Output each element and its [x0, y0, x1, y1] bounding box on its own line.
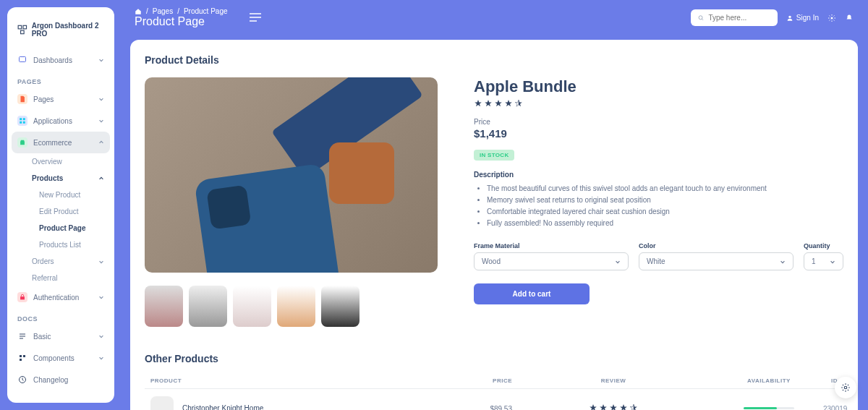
- ecommerce-icon: [17, 137, 27, 148]
- product-info: Apple Bundle Price $1,419 IN STOCK Descr…: [474, 77, 843, 327]
- sidebar-item-label: Changelog: [33, 376, 68, 384]
- product-rating: [474, 99, 843, 108]
- availability-bar: [744, 407, 794, 409]
- content-card: Product Details Apple Bundle: [130, 40, 858, 410]
- thumb-4[interactable]: [277, 286, 315, 327]
- sidebar-item-changelog[interactable]: Changelog: [7, 369, 114, 390]
- star-icon: [589, 403, 597, 410]
- add-to-cart-button[interactable]: Add to cart: [474, 283, 590, 304]
- desc-item: Memory swivel seat returns to original s…: [487, 195, 843, 206]
- thumb-1[interactable]: [145, 286, 183, 327]
- breadcrumb: / Pages / Product Page: [135, 7, 228, 15]
- svg-rect-7: [23, 121, 25, 124]
- home-icon[interactable]: [135, 8, 142, 15]
- sidebar-item-applications[interactable]: Applications: [7, 110, 114, 132]
- star-icon: [619, 403, 628, 410]
- thumb-5[interactable]: [321, 286, 359, 327]
- sidebar-item-basic[interactable]: Basic: [7, 325, 114, 347]
- search-icon: [698, 14, 705, 22]
- sidebar-sub-products-list[interactable]: Products List: [7, 236, 114, 253]
- desc-item: Fully assembled! No assembly required: [487, 218, 843, 229]
- svg-rect-5: [23, 118, 25, 120]
- bell-icon[interactable]: [845, 14, 854, 22]
- sidebar-toggle[interactable]: [250, 12, 261, 25]
- product-main-image[interactable]: [145, 77, 438, 273]
- components-icon: [17, 353, 27, 363]
- settings-fab[interactable]: [835, 377, 856, 398]
- product-name: Apple Bundle: [474, 77, 843, 96]
- hamburger-icon: [250, 13, 261, 22]
- th-review: REVIEW: [512, 377, 715, 384]
- sidebar-item-ecommerce[interactable]: Ecommerce: [12, 132, 110, 153]
- sidebar-item-components[interactable]: Components: [7, 347, 114, 369]
- svg-rect-2: [21, 30, 25, 34]
- nav-section-docs: DOCS: [7, 308, 114, 325]
- chevron-down-icon: [615, 259, 621, 265]
- quantity-group: Quantity 1: [804, 242, 843, 270]
- stock-badge: IN STOCK: [474, 150, 514, 161]
- sidebar-item-label: Pages: [33, 95, 54, 103]
- sidebar-sub-orders[interactable]: Orders: [7, 253, 114, 270]
- section-title: Product Details: [145, 54, 843, 66]
- star-icon: [599, 403, 608, 410]
- authentication-icon: [17, 292, 27, 302]
- frame-select[interactable]: Wood: [474, 252, 629, 270]
- svg-point-13: [699, 15, 702, 19]
- chevron-down-icon: [98, 333, 104, 339]
- qty-label: Quantity: [804, 242, 843, 249]
- logo-text: Argon Dashboard 2 PRO: [32, 22, 104, 38]
- star-half-icon: [629, 403, 638, 410]
- signin-link[interactable]: Sign In: [786, 14, 819, 22]
- search-input[interactable]: [708, 14, 770, 22]
- svg-rect-0: [18, 25, 22, 29]
- svg-point-16: [844, 386, 847, 389]
- sidebar-item-label: Dashboards: [33, 56, 72, 64]
- row-product-image: [150, 396, 174, 410]
- sidebar-sub-new-product[interactable]: New Product: [7, 187, 114, 203]
- sidebar-sub-edit-product[interactable]: Edit Product: [7, 203, 114, 220]
- search-box[interactable]: [691, 9, 778, 26]
- star-icon: [474, 99, 482, 108]
- svg-rect-8: [20, 296, 25, 299]
- price-value: $1,419: [474, 127, 843, 140]
- color-select[interactable]: White: [639, 252, 793, 270]
- gear-icon: [841, 383, 851, 393]
- basic-icon: [17, 331, 27, 341]
- sidebar-sub-products[interactable]: Products: [7, 170, 114, 187]
- chevron-up-icon: [98, 140, 104, 145]
- row-review: [512, 403, 715, 410]
- color-group: Color White: [639, 242, 793, 270]
- sidebar-sub-referral[interactable]: Referral: [7, 270, 114, 286]
- sidebar: Argon Dashboard 2 PRO Dashboards PAGES P…: [7, 7, 114, 403]
- sidebar-sub-overview[interactable]: Overview: [7, 153, 114, 170]
- star-icon: [609, 403, 618, 410]
- page-title: Product Page: [135, 15, 205, 27]
- star-icon: [484, 99, 493, 108]
- logo-icon: [17, 24, 27, 35]
- thumb-2[interactable]: [189, 286, 227, 327]
- thumb-3[interactable]: [233, 286, 271, 327]
- sidebar-item-dashboards[interactable]: Dashboards: [7, 49, 114, 71]
- price-label: Price: [474, 118, 843, 126]
- logo[interactable]: Argon Dashboard 2 PRO: [7, 16, 114, 49]
- sidebar-sub-product-page[interactable]: Product Page: [7, 220, 114, 236]
- qty-select[interactable]: 1: [804, 252, 843, 270]
- other-products-title: Other Products: [145, 353, 843, 364]
- sidebar-item-pages[interactable]: Pages: [7, 88, 114, 110]
- gear-icon[interactable]: [827, 14, 836, 22]
- color-label: Color: [639, 242, 793, 249]
- chevron-down-icon: [98, 118, 104, 124]
- sidebar-item-label: Ecommerce: [33, 139, 72, 147]
- topbar: / Pages / Product Page Product Page Sign…: [120, 0, 868, 35]
- breadcrumb-group[interactable]: Pages: [153, 7, 173, 15]
- sidebar-item-authentication[interactable]: Authentication: [7, 286, 114, 308]
- breadcrumb-block: / Pages / Product Page Product Page: [135, 7, 228, 28]
- table-row[interactable]: Christopher Knight Home $89.53 230019: [145, 389, 843, 410]
- chevron-down-icon: [98, 259, 104, 265]
- chevron-up-icon: [98, 176, 104, 181]
- table-header: PRODUCT PRICE REVIEW AVAILABILITY ID: [145, 373, 843, 389]
- th-availability: AVAILABILITY: [715, 377, 823, 384]
- chevron-down-icon: [98, 57, 104, 63]
- star-icon: [494, 99, 503, 108]
- chevron-down-icon: [98, 96, 104, 102]
